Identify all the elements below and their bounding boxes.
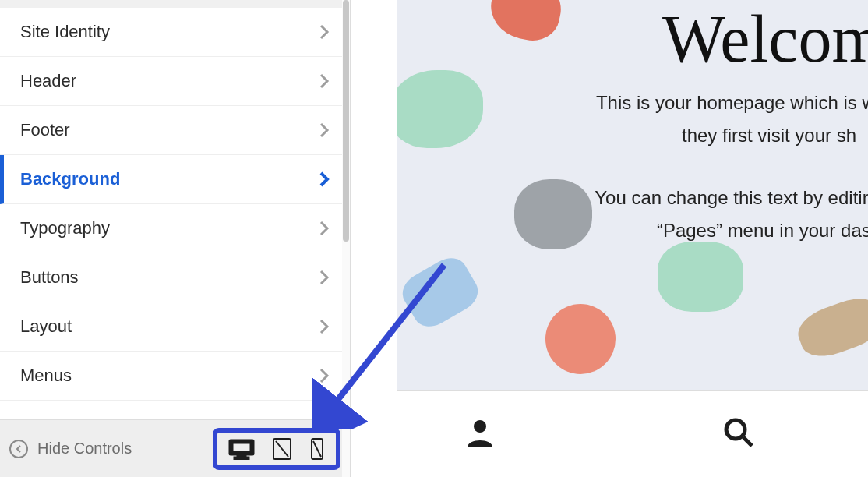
device-mobile-button[interactable] <box>309 437 325 461</box>
hero-text: they first visit your sh <box>514 125 868 147</box>
chevron-right-icon <box>319 272 330 283</box>
hide-controls-button[interactable]: Hide Controls <box>9 440 132 458</box>
chevron-right-icon <box>319 321 330 332</box>
chevron-right-icon <box>319 370 330 381</box>
customizer-section-list: Site Identity Header Footer Background T <box>0 8 350 419</box>
decorative-shape <box>792 291 868 364</box>
section-typography[interactable]: Typography <box>0 204 350 253</box>
section-background[interactable]: Background <box>0 155 350 204</box>
preview-bottom-bar <box>351 391 868 477</box>
sidebar-scrollbar-track[interactable] <box>342 0 350 477</box>
hero-text: This is your homepage which is what mos <box>514 92 868 114</box>
section-footer[interactable]: Footer <box>0 106 350 155</box>
customizer-footer: Hide Controls <box>0 419 350 477</box>
svg-line-10 <box>743 437 752 446</box>
device-tablet-button[interactable] <box>272 437 292 461</box>
section-label: Typography <box>20 218 110 238</box>
svg-point-8 <box>474 420 486 433</box>
hide-controls-label: Hide Controls <box>37 440 132 458</box>
sidebar-scrollbar-thumb[interactable] <box>343 0 349 242</box>
sidebar-top-spacer <box>0 0 350 8</box>
svg-line-7 <box>313 441 321 457</box>
decorative-shape <box>485 0 567 45</box>
section-label: Layout <box>20 316 72 337</box>
chevron-right-icon <box>319 125 330 136</box>
section-header[interactable]: Header <box>0 57 350 106</box>
chevron-right-icon <box>319 76 330 87</box>
account-icon[interactable] <box>464 416 496 452</box>
section-site-identity[interactable]: Site Identity <box>0 8 350 57</box>
site-preview-pane: Welcom This is your homepage which is wh… <box>351 0 868 477</box>
section-buttons[interactable]: Buttons <box>0 253 350 302</box>
svg-line-5 <box>276 441 288 457</box>
section-label: Background <box>20 169 120 189</box>
section-label: Buttons <box>20 267 79 288</box>
customizer-sidebar: Site Identity Header Footer Background T <box>0 0 351 477</box>
section-label: Site Identity <box>20 22 110 42</box>
decorative-shape <box>397 70 483 148</box>
section-label: Menus <box>20 366 72 386</box>
chevron-right-icon <box>319 223 330 234</box>
chevron-right-icon <box>319 26 330 37</box>
decorative-shape <box>397 251 484 334</box>
svg-point-9 <box>726 420 745 439</box>
hero-text: You can change this text by editing the … <box>514 187 868 209</box>
section-menus[interactable]: Menus <box>0 352 350 401</box>
section-layout[interactable]: Layout <box>0 302 350 352</box>
section-label: Footer <box>20 120 70 140</box>
decorative-shape <box>658 242 743 312</box>
hero-text: “Pages” menu in your dash <box>514 220 868 242</box>
svg-rect-1 <box>232 443 251 452</box>
collapse-left-icon <box>9 440 28 458</box>
device-desktop-button[interactable] <box>228 437 255 461</box>
chevron-right-icon <box>319 174 330 185</box>
svg-rect-3 <box>235 458 249 459</box>
section-label: Header <box>20 71 76 91</box>
search-icon[interactable] <box>722 416 755 452</box>
decorative-shape <box>545 304 616 374</box>
hero-title: Welcom <box>662 0 868 78</box>
preview-hero: Welcom This is your homepage which is wh… <box>397 0 868 391</box>
device-preview-toggle <box>213 428 340 470</box>
